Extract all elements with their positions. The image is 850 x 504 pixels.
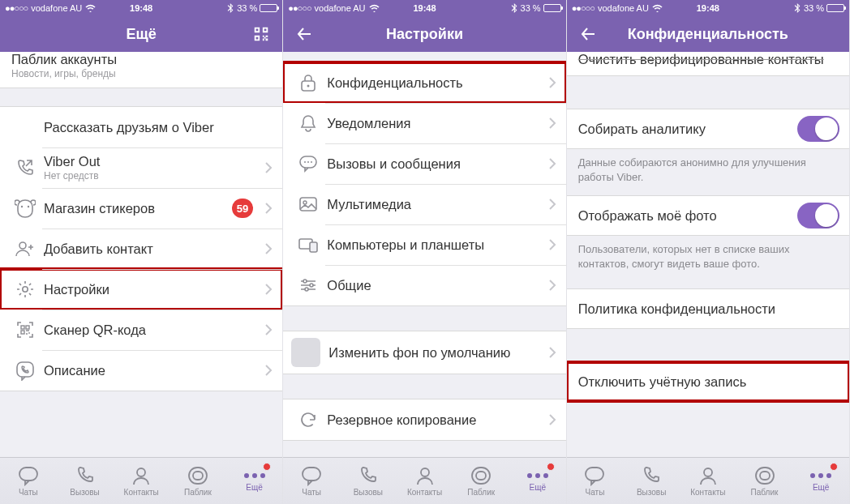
tab-public[interactable]: Паблик <box>736 458 793 504</box>
signal-dots-icon: ●●○○○ <box>572 3 595 13</box>
svg-rect-24 <box>310 242 317 252</box>
tabbar: Чаты Вызовы Контакты Паблик Ещё <box>567 457 849 504</box>
svg-rect-5 <box>26 326 29 329</box>
row-about[interactable]: Описание <box>0 350 282 391</box>
screen-privacy: ●●○○○ vodafone AU 19:48 33 % Конфиденциа… <box>567 0 850 504</box>
more-icon <box>243 470 267 481</box>
navbar-settings: Настройки <box>283 16 565 52</box>
image-icon <box>294 190 322 218</box>
row-show-photo[interactable]: Отображать моё фото <box>567 196 849 235</box>
bluetooth-icon <box>227 3 234 13</box>
svg-rect-7 <box>17 362 33 377</box>
tab-chats[interactable]: Чаты <box>283 458 340 504</box>
row-media[interactable]: Мультимедиа <box>283 184 565 224</box>
tab-more[interactable]: Ещё <box>792 458 849 504</box>
row-backup[interactable]: Резервное копирование <box>283 399 565 440</box>
show-photo-note: Пользователи, которых нет в списке ваших… <box>567 236 849 282</box>
tab-calls[interactable]: Вызовы <box>623 458 680 504</box>
svg-point-19 <box>307 161 309 163</box>
partial-public-accounts[interactable]: Паблик аккаунты Новости, игры, бренды <box>0 52 282 88</box>
chat-icon <box>300 465 323 486</box>
svg-point-9 <box>137 468 145 476</box>
chat-icon <box>294 150 322 177</box>
row-add-contact[interactable]: Добавить контакт <box>0 229 282 269</box>
row-qr-scanner[interactable]: Сканер QR-кода <box>0 310 282 350</box>
svg-point-13 <box>252 473 257 478</box>
tab-label: Паблик <box>184 488 212 497</box>
row-privacy-policy[interactable]: Политика конфиденциальности <box>567 289 849 328</box>
tab-calls[interactable]: Вызовы <box>57 458 114 504</box>
svg-point-33 <box>535 473 540 478</box>
row-general[interactable]: Общие <box>283 265 565 305</box>
row-viber-out[interactable]: Viber Out Нет средств <box>0 147 282 188</box>
tab-calls[interactable]: Вызовы <box>340 458 397 504</box>
tab-label: Ещё <box>813 483 829 492</box>
chevron-right-icon <box>548 117 556 130</box>
chevron-right-icon <box>264 364 273 377</box>
tab-chats[interactable]: Чаты <box>0 458 57 504</box>
tab-contacts[interactable]: Контакты <box>397 458 453 504</box>
tab-contacts[interactable]: Контакты <box>680 458 736 504</box>
signal-dots-icon: ●●○○○ <box>288 3 311 13</box>
chevron-right-icon <box>548 198 556 211</box>
more-content: Паблик аккаунты Новости, игры, бренды Ра… <box>0 52 282 457</box>
qr-button[interactable] <box>243 16 279 52</box>
tab-more[interactable]: Ещё <box>509 458 566 504</box>
sliders-icon <box>294 271 322 299</box>
toggle-analytics[interactable] <box>797 116 839 142</box>
svg-rect-28 <box>303 468 320 481</box>
toggle-show-photo[interactable] <box>797 203 839 229</box>
chevron-right-icon <box>548 76 556 89</box>
battery-pct-label: 33 % <box>521 3 541 13</box>
tab-public[interactable]: Паблик <box>453 458 509 504</box>
row-label: Паблик аккаунты <box>11 52 271 67</box>
back-button[interactable] <box>570 16 606 52</box>
row-label: Настройки <box>44 282 258 297</box>
phone-icon <box>358 465 379 486</box>
row-notifications[interactable]: Уведомления <box>283 103 565 143</box>
wifi-icon <box>369 4 380 12</box>
svg-rect-21 <box>300 198 316 211</box>
back-button[interactable] <box>286 16 322 52</box>
row-tell-friends[interactable]: Рассказать друзьям о Viber <box>0 107 282 147</box>
row-settings[interactable]: Настройки <box>0 269 282 310</box>
svg-rect-38 <box>760 472 770 480</box>
page-title: Настройки <box>386 26 463 43</box>
privacy-content: Очистить верифицированные контакты Собир… <box>567 52 849 457</box>
carrier-label: vodafone AU <box>315 3 366 13</box>
gear-icon <box>11 275 39 303</box>
notification-dot-icon <box>830 463 838 471</box>
tab-public[interactable]: Паблик <box>170 458 226 504</box>
row-wallpaper[interactable]: Изменить фон по умолчанию <box>283 331 565 374</box>
row-sticker-store[interactable]: Магазин стикеров 59 <box>0 188 282 229</box>
svg-point-34 <box>543 473 548 478</box>
row-label: Изменить фон по умолчанию <box>328 345 541 361</box>
row-computers-tablets[interactable]: Компьютеры и планшеты <box>283 224 565 265</box>
analytics-note: Данные собираются анонимно для улучшения… <box>567 149 849 195</box>
svg-rect-6 <box>21 331 24 334</box>
person-icon <box>414 465 436 486</box>
notification-dot-icon <box>547 463 555 471</box>
svg-point-12 <box>244 473 249 478</box>
row-calls-messages[interactable]: Вызовы и сообщения <box>283 143 565 184</box>
battery-icon <box>260 4 277 12</box>
svg-rect-37 <box>756 468 774 484</box>
page-title: Ещё <box>127 26 157 43</box>
partial-clear-contacts[interactable]: Очистить верифицированные контакты <box>567 52 849 76</box>
row-privacy[interactable]: Конфиденциальность <box>283 62 565 103</box>
chevron-right-icon <box>264 323 273 336</box>
tab-chats[interactable]: Чаты <box>567 458 624 504</box>
battery-pct-label: 33 % <box>804 3 824 13</box>
row-collect-analytics[interactable]: Собирать аналитику <box>567 109 849 148</box>
chevron-right-icon <box>264 283 273 296</box>
chevron-right-icon <box>264 242 273 255</box>
carrier-label: vodafone AU <box>31 3 82 13</box>
tab-more[interactable]: Ещё <box>226 458 283 504</box>
tab-contacts[interactable]: Контакты <box>113 458 170 504</box>
status-bar: ●●○○○ vodafone AU 19:48 33 % <box>283 0 565 16</box>
tab-label: Паблик <box>467 488 495 497</box>
row-deactivate-account[interactable]: Отключить учётную запись <box>567 362 849 401</box>
screen-more: ●●○○○ vodafone AU 19:48 33 % Ещё Паблик … <box>0 0 283 504</box>
battery-pct-label: 33 % <box>237 3 257 13</box>
svg-point-0 <box>21 206 23 207</box>
